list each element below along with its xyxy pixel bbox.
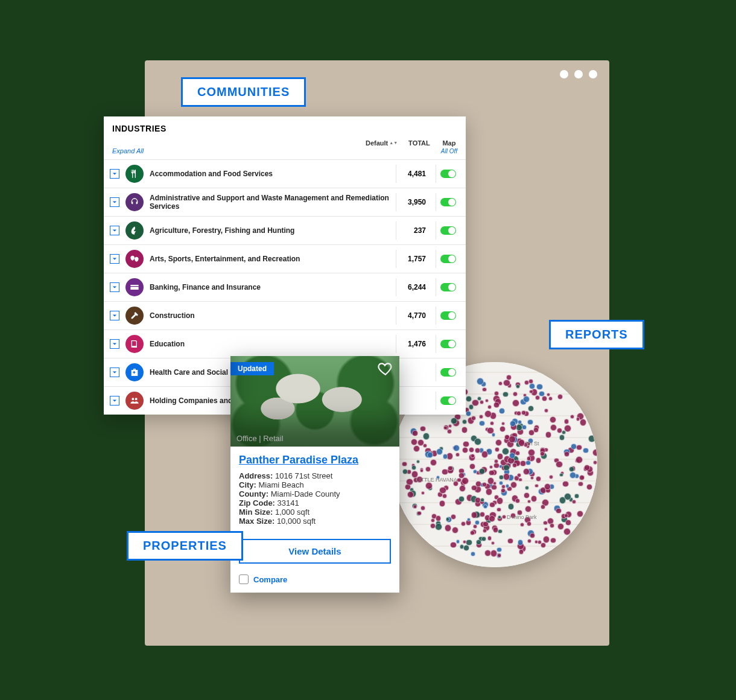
property-title-link[interactable]: Panther Paradise Plaza [239, 454, 391, 466]
field-label: County: [239, 489, 268, 498]
industry-total: 6,244 [396, 278, 430, 296]
expand-row-button[interactable] [110, 282, 119, 292]
industry-total: 1,757 [396, 250, 430, 268]
map-toggle-cell [436, 335, 460, 353]
industry-total: 237 [396, 221, 430, 240]
map-toggle[interactable] [440, 170, 456, 178]
field-label: Max Size: [239, 517, 274, 526]
map-toggle[interactable] [440, 283, 456, 291]
property-field: Max Size: 10,000 sqft [239, 517, 391, 526]
chevron-down-icon [112, 398, 117, 403]
map-toggle-cell [436, 363, 460, 381]
map-toggle[interactable] [440, 368, 456, 377]
heart-icon [378, 361, 393, 377]
sort-label: Default [366, 139, 388, 147]
updated-badge: Updated [230, 362, 274, 375]
map-toggle-cell [436, 165, 460, 183]
field-label: Address: [239, 471, 273, 480]
compare-label: Compare [253, 575, 287, 584]
industry-icon [125, 307, 144, 325]
industry-row: Education 1,476 [104, 329, 466, 358]
property-field: City: Miami Beach [239, 480, 391, 489]
property-card: Updated Office | Retail Panther Paradise… [230, 356, 399, 593]
field-label: Min Size: [239, 508, 273, 517]
callout-communities: COMMUNITIES [181, 77, 306, 107]
map-toggle[interactable] [440, 198, 456, 206]
sort-selector[interactable]: Default ▲▼ [366, 139, 398, 147]
map-toggle-cell [436, 250, 460, 268]
field-label: City: [239, 480, 256, 489]
industry-row: Accommodation and Food Services 4,481 [104, 159, 466, 188]
industry-icon [125, 392, 144, 410]
industry-name: Arts, Sports, Entertainment, and Recreat… [150, 255, 390, 263]
field-value: 33141 [278, 498, 299, 508]
compare-control[interactable]: Compare [230, 571, 399, 593]
window-dot-icon [560, 70, 568, 78]
map-label: D mino Park [507, 514, 537, 520]
expand-row-button[interactable] [110, 254, 119, 264]
property-image: Updated Office | Retail [230, 356, 399, 447]
callout-properties: PROPERTIES [127, 531, 243, 561]
expand-row-button[interactable] [110, 339, 119, 349]
industry-icon [125, 335, 144, 353]
chevron-down-icon [112, 342, 117, 346]
chevron-down-icon [112, 313, 117, 318]
property-field: Min Size: 1,000 sqft [239, 508, 391, 517]
map-toggle-cell [436, 193, 460, 211]
total-column-head: TOTAL [408, 139, 430, 147]
map-toggle[interactable] [440, 311, 456, 320]
map-toggle[interactable] [440, 396, 456, 405]
chevron-down-icon [112, 228, 117, 233]
map-toggle[interactable] [440, 255, 456, 263]
industry-total [396, 368, 430, 377]
all-off-link[interactable]: All Off [441, 148, 457, 154]
industry-icon [125, 193, 144, 211]
window-dot-icon [589, 70, 597, 78]
map-toggle[interactable] [440, 226, 456, 235]
industry-name: Banking, Finance and Insurance [150, 283, 390, 291]
window-dot-icon [574, 70, 583, 78]
expand-row-button[interactable] [110, 368, 119, 377]
map-toggle-cell [436, 307, 460, 325]
field-value: Miami-Dade County [271, 489, 340, 498]
chevron-down-icon [112, 256, 117, 261]
industry-row: Banking, Finance and Insurance 6,244 [104, 273, 466, 301]
industry-name: Accommodation and Food Services [150, 170, 390, 178]
industry-icon [125, 165, 144, 183]
industry-total [396, 396, 430, 406]
field-label: Zip Code: [239, 498, 275, 508]
industry-row: Construction 4,770 [104, 301, 466, 329]
sort-caret-icon: ▲▼ [389, 142, 398, 144]
map-toggle-cell [436, 392, 460, 410]
field-value: 1016 71st Street [275, 471, 332, 480]
chevron-down-icon [112, 171, 117, 176]
industry-total: 4,481 [396, 165, 430, 183]
industry-icon [125, 363, 144, 381]
industry-icon [125, 221, 144, 240]
map-label: LITTLE HAVANA [416, 477, 457, 483]
map-toggle-cell [436, 221, 460, 240]
map-toggle[interactable] [440, 340, 456, 348]
expand-row-button[interactable] [110, 311, 119, 320]
industry-name: Administrative and Support and Waste Man… [150, 194, 390, 211]
expand-row-button[interactable] [110, 226, 119, 235]
expand-row-button[interactable] [110, 197, 119, 207]
callout-reports: REPORTS [549, 320, 644, 349]
map-column-head: Map [442, 139, 455, 147]
map-label: 7th St [525, 441, 539, 447]
expand-row-button[interactable] [110, 396, 119, 406]
industry-name: Construction [150, 311, 390, 320]
chevron-down-icon [112, 370, 117, 375]
expand-row-button[interactable] [110, 169, 119, 179]
industry-total: 1,476 [396, 335, 430, 353]
field-value: Miami Beach [259, 480, 304, 489]
industry-row: Agriculture, Forestry, Fishing and Hunti… [104, 216, 466, 244]
industry-total: 3,950 [396, 193, 430, 211]
compare-checkbox[interactable] [239, 574, 249, 584]
expand-all-link[interactable]: Expand All [112, 147, 144, 154]
industry-icon [125, 250, 144, 268]
view-details-button[interactable]: View Details [239, 539, 391, 564]
favorite-button[interactable] [378, 361, 393, 377]
industry-icon [125, 278, 144, 296]
industries-title: INDUSTRIES [112, 124, 457, 133]
